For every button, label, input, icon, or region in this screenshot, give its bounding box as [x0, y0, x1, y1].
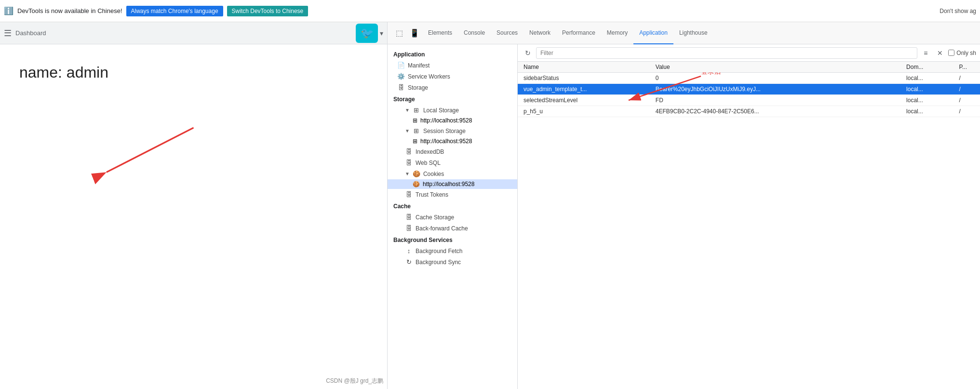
- session-storage-url: http://localhost:9528: [420, 138, 472, 145]
- cell-value: 0: [650, 73, 900, 84]
- cache-storage-icon: 🗄: [405, 214, 413, 221]
- section-cache: Cache: [388, 200, 517, 212]
- inspect-icon[interactable]: ⬚: [391, 26, 407, 41]
- tab-performance[interactable]: Performance: [556, 22, 601, 44]
- local-storage-url-icon: ⊞: [413, 117, 417, 124]
- favicon-emoji: 🐦: [361, 27, 374, 40]
- match-language-button[interactable]: Always match Chrome's language: [126, 6, 223, 16]
- sidebar-trust-tokens[interactable]: 🗄 Trust Tokens: [388, 189, 517, 200]
- tab-lighthouse[interactable]: Lighthouse: [673, 22, 713, 44]
- sidebar-background-sync[interactable]: ↻ Background Sync: [388, 256, 517, 268]
- cookies-label: Cookies: [423, 171, 444, 177]
- cell-name: selectedStreamLevel: [518, 95, 650, 106]
- sidebar-background-fetch[interactable]: ↕ Background Fetch: [388, 245, 517, 256]
- toolbar-right-buttons: ≡ ✕ Only sh: [919, 47, 976, 59]
- cell-path: /: [953, 95, 980, 106]
- sidebar-local-storage-url[interactable]: ⊞ http://localhost:9528: [388, 116, 517, 125]
- tab-memory[interactable]: Memory: [601, 22, 633, 44]
- tab-label: Dashboard: [15, 29, 46, 37]
- sidebar-item-storage[interactable]: 🗄 Storage: [388, 82, 517, 93]
- back-forward-cache-icon: 🗄: [405, 225, 413, 232]
- devtools-panel: ⬚ 📱 Elements Console Sources Network Per…: [387, 22, 980, 389]
- sidebar-cache-storage[interactable]: 🗄 Cache Storage: [388, 212, 517, 223]
- filter-input[interactable]: [536, 47, 917, 59]
- tab-elements[interactable]: Elements: [422, 22, 458, 44]
- refresh-button[interactable]: ↻: [522, 47, 534, 59]
- indexeddb-label: IndexedDB: [416, 148, 444, 155]
- dont-show-button[interactable]: Don't show ag: [940, 8, 976, 14]
- col-header-name: Name: [518, 62, 650, 73]
- cell-path: /: [953, 84, 980, 95]
- table-header-row: Name Value Dom... P...: [518, 62, 980, 73]
- devtools-sidebar: Application 📄 Manifest ⚙️ Service Worker…: [388, 44, 518, 389]
- storage-label: Storage: [408, 84, 428, 91]
- clear-button[interactable]: ✕: [934, 47, 946, 59]
- dropdown-icon[interactable]: ▾: [380, 29, 383, 37]
- filter-settings-icon[interactable]: ≡: [919, 47, 932, 59]
- cell-value: 4EFB9CB0-2C2C-4940-84E7-2C50E6...: [650, 106, 900, 117]
- sidebar-indexeddb[interactable]: 🗄 IndexedDB: [388, 146, 517, 157]
- sidebar-item-manifest[interactable]: 📄 Manifest: [388, 60, 517, 71]
- devtools-toolbar: ↻ ≡ ✕ Only sh: [518, 44, 980, 62]
- table-row[interactable]: selectedStreamLevelFDlocal.../: [518, 95, 980, 106]
- sidebar-cookies-url[interactable]: 🍪 http://localhost:9528: [388, 179, 517, 189]
- main-container: ☰ Dashboard 🐦 ▾ name: admin: [0, 22, 980, 389]
- background-fetch-icon: ↕: [405, 247, 413, 255]
- service-workers-label: Service Workers: [408, 73, 450, 80]
- col-header-domain: Dom...: [900, 62, 953, 73]
- background-sync-label: Background Sync: [416, 259, 461, 266]
- page-title: name: admin: [19, 64, 368, 81]
- expand-session-storage-arrow: ▼: [405, 128, 410, 134]
- cell-path: /: [953, 73, 980, 84]
- cookie-table: Name Value Dom... P... sidebarStatus0loc…: [518, 62, 980, 117]
- info-icon: ℹ️: [4, 6, 13, 15]
- trust-tokens-icon: 🗄: [405, 191, 413, 198]
- table-row[interactable]: p_h5_u4EFB9CB0-2C2C-4940-84E7-2C50E6...l…: [518, 106, 980, 117]
- col-header-value: Value: [650, 62, 900, 73]
- service-workers-icon: ⚙️: [397, 73, 405, 80]
- expand-cookies-arrow: ▼: [405, 171, 410, 176]
- manifest-label: Manifest: [408, 62, 430, 69]
- switch-devtools-button[interactable]: Switch DevTools to Chinese: [227, 6, 309, 16]
- tab-application[interactable]: Application: [633, 22, 673, 44]
- table-row[interactable]: vue_admin_template_t...Bearer%20eyJhbGci…: [518, 84, 980, 95]
- sidebar-item-service-workers[interactable]: ⚙️ Service Workers: [388, 71, 517, 82]
- tab-network[interactable]: Network: [524, 22, 556, 44]
- devtools-body: Application 📄 Manifest ⚙️ Service Worker…: [388, 44, 980, 389]
- session-storage-url-icon: ⊞: [413, 138, 417, 145]
- sidebar-session-storage-url[interactable]: ⊞ http://localhost:9528: [388, 136, 517, 146]
- device-icon[interactable]: 📱: [407, 26, 422, 41]
- cell-name: sidebarStatus: [518, 73, 650, 84]
- session-storage-label: Session Storage: [423, 128, 466, 134]
- storage-icon: 🗄: [397, 84, 405, 91]
- cell-domain: local...: [900, 73, 953, 84]
- background-sync-icon: ↻: [405, 258, 413, 266]
- sidebar-back-forward-cache[interactable]: 🗄 Back-forward Cache: [388, 223, 517, 234]
- cookies-url-icon: 🍪: [413, 181, 420, 188]
- cell-path: /: [953, 106, 980, 117]
- sidebar-websql[interactable]: 🗄 Web SQL: [388, 157, 517, 168]
- tab-sources[interactable]: Sources: [491, 22, 524, 44]
- sidebar-cookies-expand[interactable]: ▼ 🍪 Cookies: [388, 168, 517, 179]
- table-row[interactable]: sidebarStatus0local.../: [518, 73, 980, 84]
- hamburger-icon[interactable]: ☰: [4, 28, 12, 39]
- cell-domain: local...: [900, 95, 953, 106]
- favicon-box: 🐦: [356, 24, 378, 43]
- local-storage-url: http://localhost:9528: [420, 117, 472, 124]
- only-show-checkbox[interactable]: [948, 50, 954, 56]
- expand-local-storage-arrow: ▼: [405, 107, 410, 113]
- back-forward-cache-label: Back-forward Cache: [416, 225, 468, 232]
- only-show-label: Only sh: [956, 50, 976, 56]
- storage-data-table: 登录后 Name Value Dom... P... sidebarStatus…: [518, 62, 980, 389]
- sidebar-local-storage-expand[interactable]: ▼ ⊞ Local Storage: [388, 105, 517, 116]
- watermark: CSDN @殷J grd_志鹏: [326, 377, 383, 385]
- trust-tokens-label: Trust Tokens: [416, 191, 448, 198]
- websql-label: Web SQL: [416, 160, 441, 166]
- tab-console[interactable]: Console: [458, 22, 491, 44]
- cell-value: Bearer%20eyJhbGciOiJIUzUxMiJ9.eyJ...: [650, 84, 900, 95]
- page-area: ☰ Dashboard 🐦 ▾ name: admin: [0, 22, 387, 389]
- local-storage-icon: ⊞: [413, 107, 420, 114]
- browser-topbar: ☰ Dashboard 🐦 ▾: [0, 22, 387, 44]
- sidebar-session-storage-expand[interactable]: ▼ ⊞ Session Storage: [388, 125, 517, 136]
- cell-value: FD: [650, 95, 900, 106]
